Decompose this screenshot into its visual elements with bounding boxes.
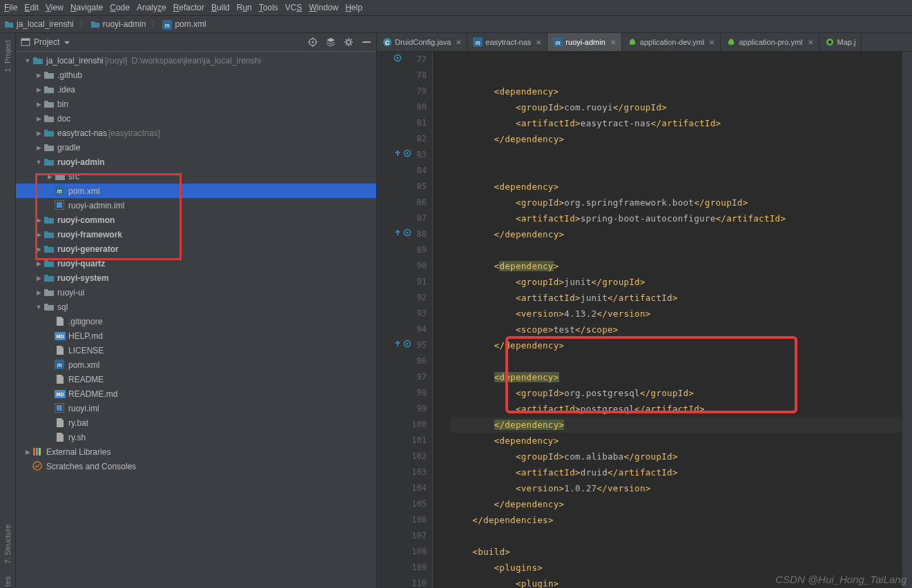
- tab-map-j[interactable]: Map.j: [819, 33, 862, 51]
- close-icon[interactable]: ✕: [456, 39, 461, 46]
- code-line[interactable]: </dependencies>: [451, 512, 902, 528]
- code-line[interactable]: <groupId>org.postgresql</groupId>: [451, 385, 902, 401]
- gutter-line[interactable]: 87: [377, 210, 427, 226]
- code-line[interactable]: <plugins>: [451, 560, 902, 576]
- override-icon[interactable]: [403, 340, 411, 348]
- tree-row[interactable]: ▶External Libraries: [16, 444, 376, 459]
- tab-druidconfig-java[interactable]: DruidConfig.java✕: [377, 33, 467, 51]
- tree-row[interactable]: LICENSE: [16, 343, 376, 357]
- tree-arrow[interactable]: ▶: [45, 173, 55, 180]
- gutter-line[interactable]: 79: [377, 84, 427, 99]
- breadcrumb-item[interactable]: ja_local_irenshi: [4, 19, 74, 29]
- breadcrumb-item[interactable]: ruoyi-admin: [90, 19, 146, 29]
- tree-row[interactable]: ▶gradle: [16, 140, 376, 155]
- gutter-line[interactable]: 81: [377, 115, 427, 131]
- tree-arrow[interactable]: ▼: [34, 304, 43, 311]
- up-icon[interactable]: [394, 340, 402, 348]
- tree-row[interactable]: pom.xml: [16, 184, 376, 198]
- gutter-line[interactable]: 86: [377, 195, 427, 210]
- target-icon[interactable]: [307, 37, 318, 48]
- gear-icon[interactable]: [343, 37, 354, 48]
- left-tool-strip[interactable]: 1: Project: [0, 33, 16, 588]
- editor-code[interactable]: <dependency> <groupId>com.ruoyi</groupId…: [433, 52, 902, 588]
- tree-arrow[interactable]: ▶: [34, 72, 43, 79]
- gutter-line[interactable]: 102: [377, 449, 427, 464]
- tree-row[interactable]: pom.xml: [16, 357, 376, 372]
- gutter-line[interactable]: 104: [377, 480, 427, 496]
- menu-code[interactable]: Code: [110, 3, 130, 12]
- tree-arrow[interactable]: ▶: [23, 449, 32, 455]
- gutter-line[interactable]: 106: [377, 512, 427, 528]
- tree-row[interactable]: ▼sql: [16, 300, 376, 314]
- tree-arrow[interactable]: ▶: [34, 260, 43, 267]
- tree-arrow[interactable]: ▶: [34, 115, 43, 122]
- code-line[interactable]: <groupId>org.springframework.boot</group…: [451, 195, 902, 210]
- code-line[interactable]: [451, 528, 902, 544]
- close-icon[interactable]: ✕: [709, 39, 715, 46]
- menu-analyze[interactable]: Analyze: [137, 3, 166, 12]
- close-icon[interactable]: ✕: [610, 39, 616, 46]
- tree-arrow[interactable]: ▶: [34, 144, 43, 151]
- gutter-line[interactable]: 99: [377, 401, 427, 417]
- code-line[interactable]: <groupId>com.alibaba</groupId>: [451, 449, 902, 464]
- editor-gutter[interactable]: 7778798081828384858687888990919293949596…: [377, 52, 433, 588]
- gutter-line[interactable]: 97: [377, 369, 427, 385]
- menu-tools[interactable]: Tools: [259, 3, 278, 12]
- override-icon[interactable]: [403, 149, 411, 157]
- gutter-line[interactable]: 107: [377, 528, 427, 544]
- tree-row[interactable]: ▼ruoyi-admin: [16, 155, 376, 169]
- gutter-line[interactable]: 93: [377, 306, 427, 322]
- gutter-line[interactable]: 98: [377, 385, 427, 401]
- code-line[interactable]: </dependency>: [451, 496, 902, 512]
- code-line[interactable]: <version>4.13.2</version>: [451, 306, 902, 322]
- code-line[interactable]: [451, 353, 902, 369]
- tree-row[interactable]: ry.bat: [16, 415, 376, 430]
- code-line[interactable]: <dependency>: [451, 258, 902, 274]
- tree-row[interactable]: ruoyi-admin.iml: [16, 198, 376, 213]
- tree-row[interactable]: ▶src: [16, 169, 376, 184]
- tree-arrow[interactable]: ▶: [34, 289, 43, 296]
- gutter-line[interactable]: 83: [377, 147, 427, 163]
- tree-arrow[interactable]: ▶: [34, 130, 43, 137]
- code-line[interactable]: <artifactId>druid</artifactId>: [451, 464, 902, 480]
- menu-vcs[interactable]: VCS: [285, 3, 302, 12]
- code-line[interactable]: <artifactId>postgresql</artifactId>: [451, 401, 902, 417]
- gutter-line[interactable]: 101: [377, 433, 427, 449]
- menu-help[interactable]: Help: [345, 3, 362, 12]
- up-icon[interactable]: [394, 149, 402, 157]
- tab-application-dev-yml[interactable]: application-dev.yml✕: [622, 33, 721, 51]
- tree-row[interactable]: ▶ruoyi-ui: [16, 285, 376, 300]
- code-line[interactable]: [451, 163, 902, 179]
- tree-row[interactable]: ▶ruoyi-common: [16, 213, 376, 227]
- chevron-down-icon[interactable]: [62, 38, 70, 46]
- gutter-line[interactable]: 103: [377, 464, 427, 480]
- minimize-icon[interactable]: [361, 37, 372, 48]
- gutter-line[interactable]: 82: [377, 131, 427, 147]
- code-line[interactable]: [451, 147, 902, 163]
- gutter-line[interactable]: 84: [377, 163, 427, 179]
- gutter-line[interactable]: 90: [377, 258, 427, 274]
- tree-arrow[interactable]: ▼: [34, 159, 43, 166]
- tree-arrow[interactable]: ▼: [23, 57, 32, 64]
- code-line[interactable]: <version>1.0.27</version>: [451, 480, 902, 496]
- code-line[interactable]: <build>: [451, 544, 902, 560]
- gutter-line[interactable]: 105: [377, 496, 427, 512]
- tree-arrow[interactable]: ▶: [34, 231, 43, 238]
- tree-arrow[interactable]: ▶: [34, 246, 43, 253]
- gutter-line[interactable]: 88: [377, 226, 427, 242]
- gutter-line[interactable]: 85: [377, 179, 427, 195]
- menu-window[interactable]: Window: [309, 3, 338, 12]
- project-header-label[interactable]: Project: [34, 37, 59, 47]
- gutter-line[interactable]: 96: [377, 353, 427, 369]
- tree-row[interactable]: ▶ruoyi-system: [16, 271, 376, 285]
- code-line[interactable]: <artifactId>easytract-nas</artifactId>: [451, 115, 902, 131]
- project-tree[interactable]: ▼ja_local_irenshi [ruoyi]D:\workspace\ji…: [16, 52, 376, 588]
- tree-row[interactable]: ruoyi.iml: [16, 401, 376, 415]
- override-icon[interactable]: [394, 54, 402, 62]
- code-line[interactable]: </dependency>: [451, 337, 902, 353]
- gutter-line[interactable]: 89: [377, 242, 427, 258]
- menu-navigate[interactable]: Navigate: [70, 3, 103, 12]
- menu-run[interactable]: Run: [237, 3, 252, 12]
- code-line[interactable]: </dependency>: [451, 226, 902, 242]
- gutter-line[interactable]: 78: [377, 68, 427, 84]
